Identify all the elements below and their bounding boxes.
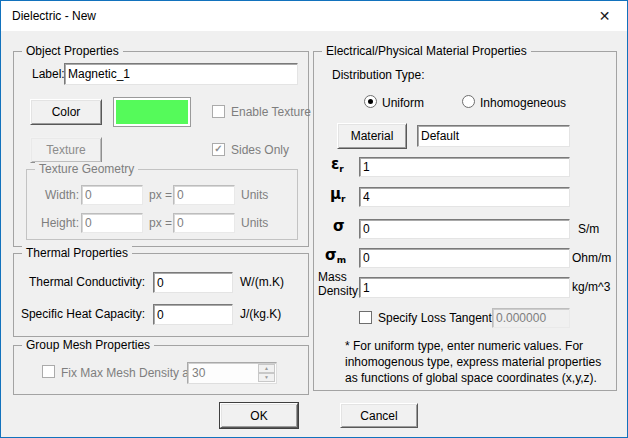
specific-heat-units: J/(kg.K) <box>240 307 281 321</box>
spinner-down-icon: ▼ <box>258 373 275 382</box>
sides-only-checkbox: ✓ <box>212 143 225 156</box>
dialog-window: Dielectric - New ✕ Object Properties Lab… <box>0 0 628 438</box>
mu-r-input[interactable] <box>359 187 570 207</box>
material-input[interactable] <box>417 125 570 147</box>
group-mesh-properties-title: Group Mesh Properties <box>22 338 154 352</box>
mass-density-caption: Mass Density: <box>318 270 360 298</box>
width-units-input <box>173 185 235 205</box>
group-mesh-properties-group: Group Mesh Properties Fix Max Mesh Densi… <box>13 345 309 395</box>
window-title: Dielectric - New <box>12 9 96 23</box>
object-properties-group: Object Properties Label: Color Enable Te… <box>13 51 309 247</box>
width-px-equals: px = <box>149 188 172 202</box>
texture-button: Texture <box>30 137 102 163</box>
mesh-density-value: 30 <box>192 366 205 380</box>
height-units-input <box>173 213 235 233</box>
sigma-m-symbol: σm <box>325 246 346 264</box>
loss-tangent-input <box>492 308 570 328</box>
color-swatch-frame <box>113 97 191 127</box>
sigma-input[interactable] <box>359 219 570 239</box>
cancel-button-label: Cancel <box>360 409 397 423</box>
mass-density-units: kg/m^3 <box>572 280 610 294</box>
color-button-label: Color <box>52 105 81 119</box>
sigma-units: S/m <box>578 222 599 236</box>
fix-mesh-density-checkbox <box>42 365 55 378</box>
specific-heat-input[interactable] <box>153 304 233 325</box>
height-caption: Height: <box>31 216 79 230</box>
width-caption: Width: <box>31 188 79 202</box>
specific-heat-caption: Specific Heat Capacity: <box>18 307 145 321</box>
material-properties-group: Electrical/Physical Material Properties … <box>313 51 617 391</box>
texture-geometry-group: Texture Geometry Width: px = Units Heigh… <box>26 169 298 240</box>
loss-tangent-label: Specify Loss Tangent: <box>378 311 495 325</box>
fix-mesh-density-label: Fix Max Mesh Density at <box>61 366 192 380</box>
mass-density-input[interactable] <box>359 277 570 298</box>
epsilon-r-input[interactable] <box>359 157 570 177</box>
cancel-button[interactable]: Cancel <box>340 403 418 428</box>
color-swatch <box>116 100 188 124</box>
loss-tangent-checkbox[interactable] <box>359 311 372 324</box>
height-px-equals: px = <box>149 216 172 230</box>
sigma-symbol: σ <box>333 217 345 235</box>
uniform-label: Uniform <box>382 96 424 110</box>
thermal-conductivity-caption: Thermal Conductivity: <box>18 275 145 289</box>
height-units-label: Units <box>241 216 268 230</box>
uniform-radio[interactable] <box>364 95 377 108</box>
mesh-density-spinner: 30 ▲ ▼ <box>187 362 277 384</box>
height-px-input <box>81 213 143 233</box>
mu-r-symbol: μr <box>330 185 346 203</box>
color-button[interactable]: Color <box>30 99 102 125</box>
inhomogeneous-radio[interactable] <box>462 95 475 108</box>
thermal-conductivity-input[interactable] <box>153 272 233 293</box>
sides-only-label: Sides Only <box>231 143 289 157</box>
inhomogeneous-label: Inhomogeneous <box>480 96 566 110</box>
thermal-properties-title: Thermal Properties <box>22 246 132 260</box>
material-button[interactable]: Material <box>337 123 407 149</box>
distribution-type-caption: Distribution Type: <box>332 68 425 82</box>
uniform-type-note: * For uniform type, enter numeric values… <box>345 338 609 386</box>
thermal-conductivity-units: W/(m.K) <box>240 275 284 289</box>
width-units-label: Units <box>241 188 268 202</box>
epsilon-r-symbol: εr <box>331 155 344 173</box>
texture-button-label: Texture <box>46 143 85 157</box>
texture-geometry-title: Texture Geometry <box>35 162 138 176</box>
close-button[interactable]: ✕ <box>582 1 627 30</box>
spinner-up-icon: ▲ <box>258 364 275 373</box>
spinner-buttons: ▲ ▼ <box>258 364 275 382</box>
ok-button-label: OK <box>250 409 267 423</box>
sigma-m-input[interactable] <box>359 248 570 268</box>
ok-button[interactable]: OK <box>220 403 298 428</box>
label-caption: Label: <box>32 67 65 81</box>
object-properties-title: Object Properties <box>22 44 123 58</box>
material-button-label: Material <box>351 129 394 143</box>
check-icon: ✓ <box>214 144 222 154</box>
title-bar[interactable]: Dielectric - New ✕ <box>1 1 627 31</box>
enable-texture-label: Enable Texture <box>231 105 311 119</box>
sigma-m-units: Ohm/m <box>572 251 611 265</box>
width-px-input <box>81 185 143 205</box>
enable-texture-checkbox <box>212 105 225 118</box>
close-icon: ✕ <box>599 8 611 24</box>
label-input[interactable] <box>64 63 298 85</box>
material-properties-title: Electrical/Physical Material Properties <box>322 44 531 58</box>
thermal-properties-group: Thermal Properties Thermal Conductivity:… <box>13 253 309 337</box>
